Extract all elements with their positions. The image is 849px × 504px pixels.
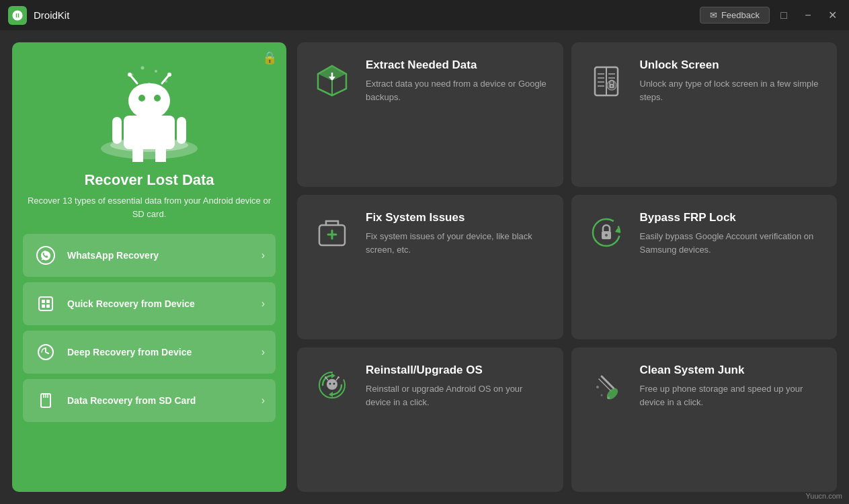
reinstall-icon [311,364,354,407]
extract-desc: Extract data you need from a device or G… [366,77,550,103]
whatsapp-icon [34,243,58,267]
svg-rect-10 [112,117,122,144]
svg-rect-9 [124,116,175,149]
titlebar: DroidKit ✉ Feedback □ − ✕ [0,0,849,30]
deep-arrow-icon: › [261,346,265,358]
svg-point-16 [141,66,145,69]
svg-rect-21 [42,300,45,303]
deep-recovery-item[interactable]: Deep Recovery from Device › [23,331,276,374]
svg-line-65 [602,376,614,388]
app-title: DroidKit [34,9,69,21]
deep-recovery-icon [34,340,58,364]
unlock-title: Unlock Screen [640,58,824,72]
quick-recovery-item[interactable]: Quick Recovery from Device › [23,282,276,325]
reinstall-text: Reinstall/Upgrade OS Reinstall or upgrad… [366,364,550,409]
feedback-button[interactable]: ✉ Feedback [700,7,770,24]
reinstall-desc: Reinstall or upgrade Android OS on your … [366,382,550,409]
svg-line-5 [130,75,137,83]
quick-label: Quick Recovery from Device [67,298,252,309]
quick-arrow-icon: › [261,298,265,310]
svg-rect-13 [155,145,166,162]
frp-desc: Easily bypass Google Account verificatio… [640,230,824,256]
frp-title: Bypass FRP Lock [640,211,824,224]
extract-icon [311,58,354,101]
fix-title: Fix System Issues [366,211,550,224]
clean-card[interactable]: Clean System Junk Free up phone storage … [571,347,838,492]
svg-point-18 [132,73,134,75]
fix-text: Fix System Issues Fix system issues of y… [366,211,550,256]
panel-title: Recover Lost Data [84,171,214,189]
clean-text: Clean System Junk Free up phone storage … [640,364,824,409]
svg-rect-20 [39,297,52,310]
svg-point-58 [327,379,337,390]
svg-point-15 [155,70,157,73]
svg-rect-23 [42,304,45,308]
clean-icon [585,364,628,407]
minimize-button[interactable]: − [798,7,818,24]
svg-point-6 [128,73,132,77]
sd-card-icon [34,388,58,413]
whatsapp-arrow-icon: › [261,249,265,261]
recover-panel: 🔒 [12,42,286,492]
svg-point-54 [605,234,608,237]
whatsapp-label: WhatsApp Recovery [67,250,252,261]
svg-rect-24 [46,304,50,308]
app-logo [8,6,27,25]
svg-marker-56 [331,373,335,378]
maximize-button[interactable]: □ [774,7,794,24]
svg-point-60 [333,383,335,385]
unlock-desc: Unlock any type of lock screen in a few … [640,77,824,103]
svg-point-47 [610,85,612,87]
menu-list: WhatsApp Recovery › Quick Recovery from … [23,234,276,481]
sd-recovery-item[interactable]: Data Recovery from SD Card › [23,379,276,422]
sd-arrow-icon: › [261,394,265,407]
reinstall-card[interactable]: Reinstall/Upgrade OS Reinstall or upgrad… [297,347,563,492]
svg-rect-22 [46,300,50,303]
frp-text: Bypass FRP Lock Easily bypass Google Acc… [640,211,824,256]
svg-point-3 [138,95,145,101]
extract-card[interactable]: Extract Needed Data Extract data you nee… [297,42,563,187]
mail-icon: ✉ [710,10,717,20]
unlock-icon [585,58,628,101]
clean-title: Clean System Junk [640,364,824,377]
clean-desc: Free up phone storage and speed up your … [640,382,824,409]
svg-point-62 [325,376,327,378]
main-content: 🔒 [0,30,849,504]
svg-point-64 [337,376,339,378]
fix-card[interactable]: Fix System Issues Fix system issues of y… [297,195,563,339]
android-graphic [89,56,210,163]
fix-icon [311,211,354,254]
extract-title: Extract Needed Data [366,58,550,72]
svg-point-68 [596,386,599,388]
lock-icon: 🔒 [262,50,277,65]
deep-label: Deep Recovery from Device [67,347,252,358]
reinstall-title: Reinstall/Upgrade OS [366,364,550,377]
sd-label: Data Recovery from SD Card [67,395,252,406]
svg-rect-12 [132,145,143,162]
svg-point-70 [607,396,610,399]
window-controls: ✉ Feedback □ − ✕ [700,7,842,24]
unlock-text: Unlock Screen Unlock any type of lock sc… [640,58,824,103]
frp-card[interactable]: Bypass FRP Lock Easily bypass Google Acc… [571,195,838,339]
svg-point-69 [600,394,602,396]
svg-point-59 [329,383,331,385]
whatsapp-recovery-item[interactable]: WhatsApp Recovery › [23,234,276,277]
unlock-card[interactable]: Unlock Screen Unlock any type of lock sc… [571,42,838,187]
svg-point-17 [165,80,167,83]
features-grid: Extract Needed Data Extract data you nee… [297,42,837,492]
svg-marker-57 [329,392,333,397]
close-button[interactable]: ✕ [822,7,842,24]
svg-rect-11 [177,117,186,144]
svg-point-8 [167,73,171,77]
svg-point-14 [147,83,151,87]
svg-point-4 [154,95,161,101]
watermark: Yuucn.com [806,492,842,500]
quick-recovery-icon [34,292,58,316]
extract-text: Extract Needed Data Extract data you nee… [366,58,550,103]
svg-rect-2 [128,83,170,118]
panel-description: Recover 13 types of essential data from … [23,194,276,220]
frp-icon [585,211,628,254]
fix-desc: Fix system issues of your device, like b… [366,230,550,256]
